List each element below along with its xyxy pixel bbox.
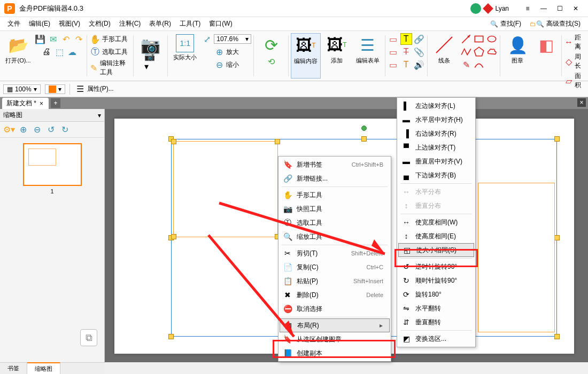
note-icon[interactable]: ▭ — [388, 59, 399, 71]
cloud-icon[interactable]: ☁ — [66, 46, 78, 58]
edit-content-group[interactable]: 🖼T 编辑内容 — [291, 33, 321, 79]
snapshot-group[interactable]: 📷 📷▾ — [135, 33, 165, 79]
zoom-in-button[interactable]: ⊕放大 — [213, 46, 239, 58]
menu-window[interactable]: 窗口(W) — [206, 18, 235, 30]
minimize-button[interactable]: — — [536, 1, 552, 17]
adv-find-button[interactable]: 🗀🔍 高级查找(S) — [527, 18, 584, 29]
add-group[interactable]: 🖼T 添加 — [322, 33, 352, 79]
menu-item[interactable]: ↔使宽度相同(W) — [398, 215, 474, 229]
save-icon[interactable]: 💾 — [34, 33, 46, 45]
text-icon[interactable]: T — [400, 59, 412, 71]
panel-menu-icon[interactable]: ▾ — [98, 112, 101, 119]
menu-item[interactable]: ▦布局(R)▸ — [280, 318, 390, 332]
attach-icon[interactable]: 📎 — [413, 46, 425, 58]
pattern-combo[interactable]: ▦100%▾ — [3, 84, 41, 94]
menu-item[interactable]: ✖删除(D)Delete — [280, 288, 390, 302]
close-tab-icon[interactable]: × — [40, 100, 43, 107]
arrow-shape-icon[interactable] — [460, 33, 472, 45]
tab-new-document[interactable]: 新建文档 *× — [2, 98, 49, 109]
menu-item[interactable]: ◱使大小相同(S) — [398, 243, 474, 257]
gear-icon[interactable]: ⚙▾ — [3, 124, 15, 136]
area-button[interactable]: ▱面积 — [564, 72, 585, 90]
circle-shape-icon[interactable] — [486, 33, 498, 45]
properties-button[interactable]: ☰属性(P)... — [74, 83, 114, 95]
highlight-icon[interactable]: T — [400, 33, 412, 45]
maximize-button[interactable]: ☐ — [552, 1, 568, 17]
selected-object-1[interactable] — [173, 141, 278, 237]
edit-form-group[interactable]: ☰ 编辑表单 — [353, 33, 383, 79]
eraser-button[interactable]: ◧ — [533, 33, 559, 79]
menu-item[interactable]: 🔖从选区创建图章... — [280, 332, 390, 346]
menu-item[interactable]: ▐右边缘对齐(R) — [398, 127, 474, 141]
color-combo[interactable]: ▾ — [45, 84, 65, 94]
rotate-right-thumb-icon[interactable]: ↻ — [59, 124, 71, 136]
menu-form[interactable]: 表单(R) — [146, 18, 174, 30]
underline-icon[interactable]: ▭ — [388, 46, 399, 58]
rotate-left-thumb-icon[interactable]: ↺ — [45, 124, 57, 136]
sound-icon[interactable]: 🔊 — [413, 59, 425, 71]
pencil-shape-icon[interactable]: ✎ — [460, 59, 472, 71]
undo-icon[interactable]: ↶ — [60, 33, 72, 45]
menu-item[interactable]: 🔍缩放工具 — [280, 230, 390, 244]
menu-item[interactable]: ◩变换选区... — [398, 332, 474, 346]
menu-item[interactable]: ▀上边缘对齐(T) — [398, 141, 474, 154]
menu-document[interactable]: 文档(D) — [86, 18, 114, 30]
zoom-in-thumb-icon[interactable]: ⊕ — [17, 124, 29, 136]
menu-comment[interactable]: 注释(C) — [116, 18, 144, 30]
textbox-icon[interactable]: ▭ — [388, 33, 399, 45]
menu-item[interactable]: 📘创建副本 — [280, 346, 390, 360]
menu-item[interactable]: ↺逆时针旋转90° — [398, 260, 474, 274]
mail-icon[interactable]: ✉ — [47, 33, 59, 45]
menu-tools[interactable]: 工具(T) — [176, 18, 204, 30]
menu-item[interactable]: ▬垂直居中对齐(V) — [398, 154, 474, 168]
menu-item[interactable]: ⛔取消选择 — [280, 302, 390, 316]
menu-item[interactable]: Ⓣ选取工具 — [280, 216, 390, 230]
close-panel-button[interactable]: × — [577, 98, 586, 107]
curve-icon[interactable] — [473, 59, 485, 71]
edit-annot-button[interactable]: ✎编辑注释工具 — [89, 59, 131, 77]
menu-item[interactable]: ✂剪切(T)Shift+Delete — [280, 246, 390, 260]
zoom-out-button[interactable]: ⊖缩小 — [213, 59, 239, 71]
menu-view[interactable]: 视图(V) — [56, 18, 83, 30]
camera-small-icon[interactable]: 📷▾ — [144, 56, 156, 67]
polyline-icon[interactable] — [460, 46, 472, 58]
menu-item[interactable]: ⇋水平翻转 — [398, 301, 474, 315]
menu-item[interactable]: ↕使高度相同(E) — [398, 229, 474, 243]
select-tool-button[interactable]: Ⓣ选取工具 — [89, 46, 128, 58]
print-icon[interactable]: 🖨 — [41, 46, 52, 58]
zoom-combo[interactable]: 107.6%▾ — [214, 34, 251, 44]
strikeout-icon[interactable]: T — [400, 46, 412, 58]
distance-button[interactable]: ↔距离 — [564, 33, 585, 51]
pentagon-icon[interactable] — [473, 46, 485, 58]
user-area[interactable]: Lyan — [470, 3, 509, 14]
menu-item[interactable]: ✋手形工具 — [280, 188, 390, 202]
rotate-group[interactable]: ⟳ ⟲ — [256, 33, 286, 79]
menu-item[interactable]: ⇵垂直翻转 — [398, 315, 474, 329]
add-tab-button[interactable]: + — [51, 98, 60, 108]
perimeter-button[interactable]: ◇周长 — [564, 52, 585, 71]
menu-item[interactable]: ▌左边缘对齐(L) — [398, 99, 474, 113]
menu-item[interactable]: ↻顺时针旋转90° — [398, 274, 474, 287]
open-group[interactable]: 📂 打开(O)... — [3, 33, 33, 79]
line-group[interactable]: 线条 — [429, 33, 459, 79]
stamp-group[interactable]: 👤 图章 — [502, 33, 532, 79]
menu-button[interactable]: ≡ — [520, 1, 536, 17]
tab-bookmarks[interactable]: 书签 — [0, 363, 27, 374]
menu-item[interactable]: 🔖新增书签Ctrl+Shift+B — [280, 158, 390, 172]
menu-item[interactable]: 🔗新增链接... — [280, 172, 390, 185]
menu-file[interactable]: 文件 — [4, 18, 24, 30]
zoom-out-thumb-icon[interactable]: ⊖ — [31, 124, 43, 136]
hand-tool-button[interactable]: ✋手形工具 — [89, 33, 128, 45]
menu-item[interactable]: ▬水平居中对齐(H) — [398, 113, 474, 127]
link-icon[interactable]: 🔗 — [413, 33, 425, 45]
fit-page-icon[interactable]: ⤢ — [201, 33, 213, 45]
menu-edit[interactable]: 编辑(E) — [26, 18, 53, 30]
menu-item[interactable]: 📋粘贴(P)Shift+Insert — [280, 274, 390, 288]
clipboard-icon[interactable]: ⧉ — [80, 329, 97, 346]
rect-shape-icon[interactable] — [473, 33, 485, 45]
menu-item[interactable]: 📷快照工具 — [280, 202, 390, 216]
rotate-small-icon[interactable]: ⟲ — [265, 56, 277, 67]
menu-item[interactable]: 📄复制(C)Ctrl+C — [280, 260, 390, 274]
menu-item[interactable]: ▄下边缘对齐(B) — [398, 168, 474, 182]
close-button[interactable]: ✕ — [568, 1, 584, 17]
